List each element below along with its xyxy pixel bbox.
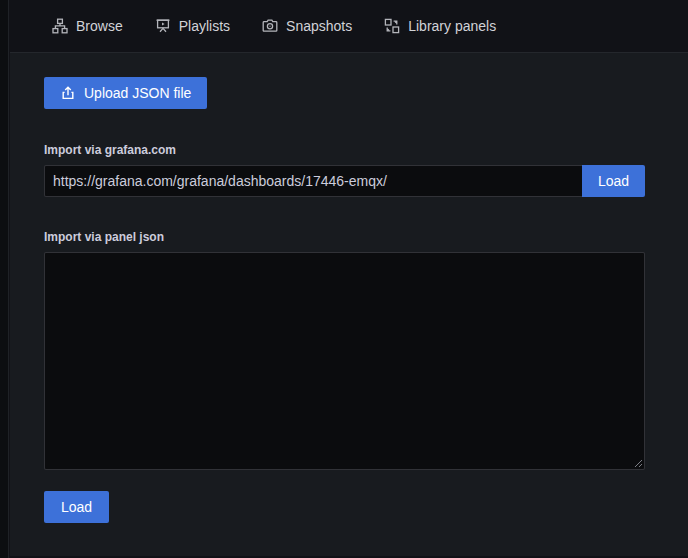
tab-browse[interactable]: Browse xyxy=(52,18,123,34)
upload-json-button[interactable]: Upload JSON file xyxy=(44,77,207,109)
gcom-import-field: Import via grafana.com Load xyxy=(44,143,688,197)
panel-json-textarea[interactable] xyxy=(44,252,645,470)
presentation-play-icon xyxy=(155,18,171,34)
camera-icon xyxy=(262,18,278,34)
tab-playlists[interactable]: Playlists xyxy=(155,18,230,34)
sitemap-icon xyxy=(52,18,68,34)
resize-handle-icon[interactable] xyxy=(631,456,643,468)
tab-label: Library panels xyxy=(408,19,496,33)
panel-json-textarea-wrap xyxy=(44,252,645,470)
tab-snapshots[interactable]: Snapshots xyxy=(262,18,352,34)
library-panels-icon xyxy=(384,18,400,34)
import-panel: Upload JSON file Import via grafana.com … xyxy=(10,52,688,556)
gcom-input-group: Load xyxy=(44,165,645,197)
gcom-url-input[interactable] xyxy=(44,165,582,197)
gcom-load-button[interactable]: Load xyxy=(582,165,645,197)
upload-json-button-label: Upload JSON file xyxy=(84,86,191,100)
tab-label: Snapshots xyxy=(286,19,352,33)
left-edge-strip xyxy=(0,0,9,558)
tab-label: Browse xyxy=(76,19,123,33)
tab-label: Playlists xyxy=(179,19,230,33)
panel-load-button[interactable]: Load xyxy=(44,491,109,523)
gcom-import-label: Import via grafana.com xyxy=(44,143,688,157)
tab-library-panels[interactable]: Library panels xyxy=(384,18,496,34)
panel-json-label: Import via panel json xyxy=(44,230,688,244)
dashboards-tab-bar: Browse Playlists Snapshots xyxy=(10,0,688,52)
upload-icon xyxy=(60,85,76,101)
app-root: Browse Playlists Snapshots xyxy=(0,0,688,558)
panel-json-field: Import via panel json xyxy=(44,230,688,470)
